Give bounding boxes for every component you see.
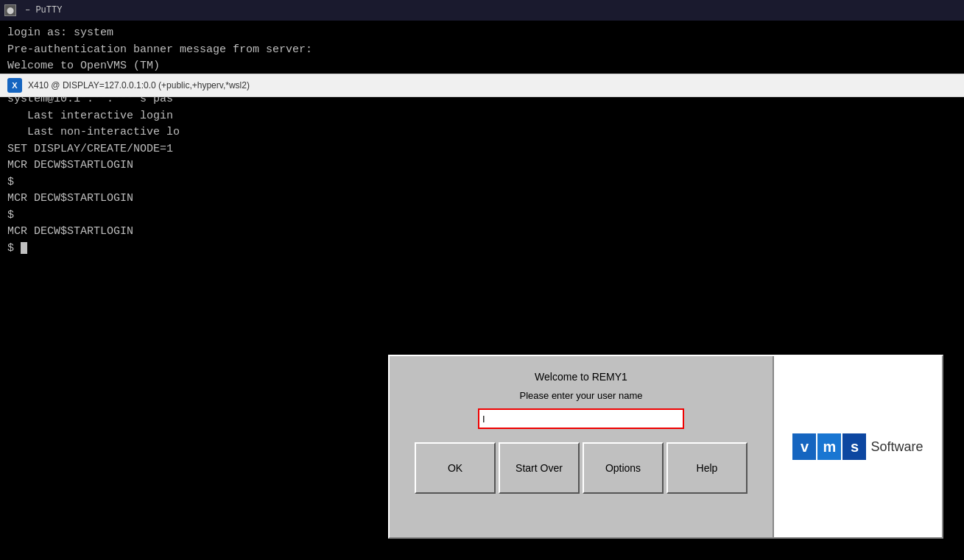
term-line-12: $	[7, 174, 957, 191]
login-welcome: Welcome to REMY1	[535, 371, 627, 383]
vms-logo-panel: v m s Software	[773, 356, 942, 537]
vms-software-text: Software	[870, 439, 923, 455]
term-line-2: Pre-authentication banner message from s…	[7, 42, 957, 59]
login-buttons: OK Start Over Options Help	[415, 442, 747, 494]
start-over-button[interactable]: Start Over	[499, 442, 580, 494]
vms-logo: v m s Software	[792, 433, 923, 460]
login-prompt: Please enter your user name	[520, 390, 643, 401]
vms-v-letter: v	[792, 433, 816, 460]
x410-logo: X	[7, 78, 22, 93]
options-button[interactable]: Options	[583, 442, 664, 494]
vms-letters: v m s	[792, 433, 866, 460]
term-line-8: Last interactive login	[7, 108, 957, 125]
help-button[interactable]: Help	[666, 442, 747, 494]
term-line-10: SET DISPLAY/CREATE/NODE=1	[7, 141, 957, 158]
vms-s-letter: s	[842, 433, 866, 460]
term-line-4: Welcome to OpenVMS (TM)	[7, 58, 957, 75]
term-line-15: MCR DECW$STARTLOGIN	[7, 224, 957, 241]
putty-icon: ⬤	[4, 4, 16, 16]
username-input[interactable]	[478, 408, 684, 429]
title-bar: ⬤ – PuTTY	[0, 0, 964, 21]
window-title: – PuTTY	[25, 5, 62, 15]
login-dialog: Welcome to REMY1 Please enter your user …	[388, 355, 943, 539]
ok-button[interactable]: OK	[415, 442, 496, 494]
x410-logo-text: X	[12, 81, 17, 90]
login-main-panel: Welcome to REMY1 Please enter your user …	[390, 356, 773, 537]
term-line-11: MCR DECW$STARTLOGIN	[7, 157, 957, 174]
term-line-14: $	[7, 208, 957, 224]
cursor	[21, 242, 27, 254]
term-line-16: $	[7, 241, 957, 258]
term-line-13: MCR DECW$STARTLOGIN	[7, 191, 957, 208]
title-bar-icons: ⬤	[4, 4, 16, 16]
x410-text: X410 @ DISPLAY=127.0.0.1:0.0 (+public,+h…	[28, 80, 250, 91]
term-line-9: Last non-interactive lo	[7, 124, 957, 141]
term-line-1: login as: system	[7, 25, 957, 42]
x410-bar: X X410 @ DISPLAY=127.0.0.1:0.0 (+public,…	[0, 74, 964, 97]
vms-m-letter: m	[817, 433, 841, 460]
